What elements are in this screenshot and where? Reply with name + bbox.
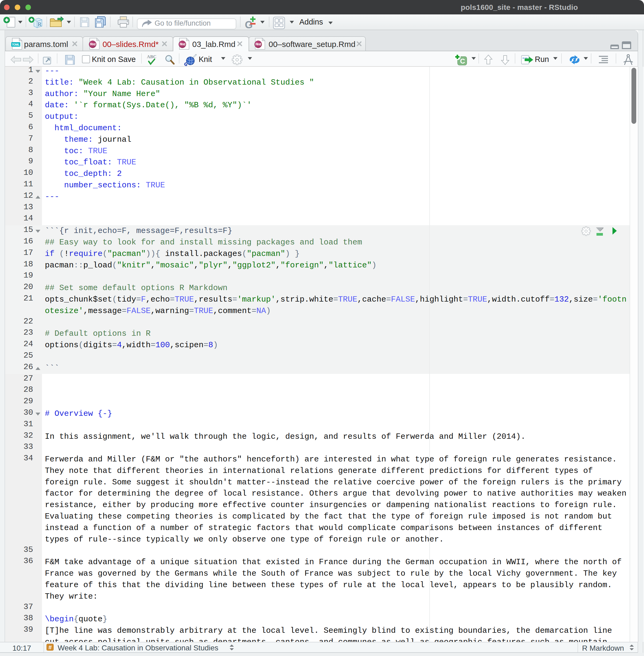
svg-text:R: R [38, 21, 42, 27]
svg-text:TOML: TOML [12, 43, 20, 46]
svg-text:Rmd: Rmd [180, 42, 186, 46]
svg-text:C: C [460, 57, 465, 65]
svg-text:Rmd: Rmd [90, 42, 96, 46]
svg-text:ABC: ABC [147, 54, 157, 59]
svg-text:Rmd: Rmd [255, 42, 261, 46]
